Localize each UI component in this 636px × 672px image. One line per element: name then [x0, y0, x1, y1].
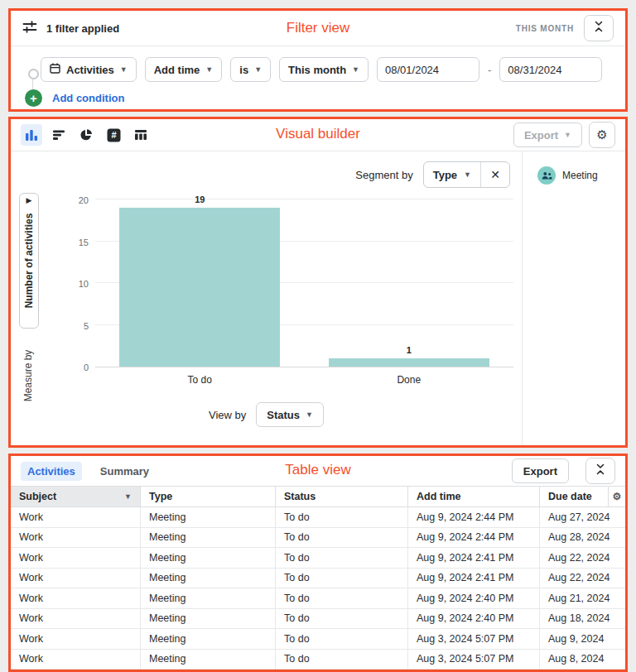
- chart-canvas: Segment by Type ▼ ✕ ▶ Number of activiti…: [11, 151, 625, 445]
- column-header-subject[interactable]: Subject▼: [11, 487, 141, 506]
- filter-view-annotation: Filter view: [287, 20, 350, 36]
- date-range-separator: -: [488, 64, 491, 76]
- segment-control: Type ▼ ✕: [423, 161, 510, 188]
- bar-done[interactable]: [329, 358, 489, 367]
- collapse-table-button[interactable]: [585, 458, 615, 484]
- chevron-down-icon: ▼: [352, 66, 359, 74]
- legend-item[interactable]: Meeting: [537, 166, 598, 185]
- field-dropdown[interactable]: Add time ▼: [145, 57, 223, 82]
- segment-by-row: Segment by Type ▼ ✕: [11, 161, 522, 188]
- table-export-button[interactable]: Export: [512, 458, 569, 483]
- table-row[interactable]: WorkMeetingTo doAug 9, 2024 2:40 PMAug 1…: [11, 609, 625, 630]
- table-cell: Work: [11, 588, 141, 608]
- table-row[interactable]: WorkMeetingTo doAug 9, 2024 2:44 PMAug 2…: [11, 507, 625, 528]
- chevron-down-icon: ▼: [564, 132, 571, 139]
- segment-type-label: Type: [433, 169, 457, 181]
- column-header-label: Add time: [417, 491, 460, 502]
- tab-summary[interactable]: Summary: [94, 462, 156, 481]
- column-header-add-time[interactable]: Add time: [408, 487, 540, 506]
- table-cell: Meeting: [141, 588, 276, 608]
- legend-divider: [522, 151, 523, 445]
- bar-slot: 1Done: [305, 199, 514, 367]
- y-tick-label: 20: [59, 195, 89, 205]
- collapse-icon: [594, 463, 607, 479]
- value-dropdown-label: This month: [288, 64, 346, 76]
- operator-dropdown[interactable]: is ▼: [230, 57, 271, 82]
- table-cell: Meeting: [141, 507, 276, 527]
- table-cell: Aug 21, 2024: [540, 588, 625, 608]
- table-cell: Work: [11, 629, 141, 649]
- table-cell: Aug 9, 2024 2:41 PM: [408, 569, 540, 588]
- bar-to-do[interactable]: [119, 208, 280, 367]
- add-condition-button[interactable]: + Add condition: [25, 89, 124, 107]
- table-cell: Aug 9, 2024 2:40 PM: [408, 609, 540, 629]
- field-dropdown-label: Add time: [154, 64, 200, 76]
- table-cell: Aug 9, 2024 2:44 PM: [408, 507, 540, 527]
- table-icon[interactable]: [130, 124, 152, 146]
- column-header-label: Due date: [548, 491, 592, 502]
- value-dropdown[interactable]: This month ▼: [279, 57, 369, 82]
- date-from-input[interactable]: [377, 57, 479, 82]
- measure-dropdown[interactable]: ▶ Number of activities: [19, 193, 39, 329]
- chart-legend: Meeting: [537, 166, 598, 185]
- table-cell: Aug 22, 2024: [540, 569, 625, 588]
- column-header-due-date[interactable]: Due date: [540, 487, 609, 506]
- table-row[interactable]: WorkMeetingTo doAug 3, 2024 5:07 PMAug 9…: [11, 629, 625, 650]
- period-label[interactable]: THIS MONTH: [516, 24, 574, 33]
- table-view-panel: Activities Summary Table view Export Sub…: [8, 454, 628, 672]
- x-axis-label: To do: [95, 374, 305, 386]
- meeting-people-icon: [537, 166, 556, 185]
- chevron-down-icon: ▼: [254, 66, 262, 74]
- table-cell: Meeting: [141, 609, 276, 629]
- table-cell: Aug 8, 2024: [540, 650, 625, 670]
- date-to-input[interactable]: [499, 57, 602, 82]
- tab-activities[interactable]: Activities: [21, 462, 82, 481]
- table-row[interactable]: WorkMeetingTo doAug 9, 2024 2:41 PMAug 2…: [11, 569, 625, 589]
- view-by-label: View by: [209, 409, 246, 421]
- view-by-value-label: Status: [267, 409, 300, 421]
- column-header-type[interactable]: Type: [141, 487, 276, 506]
- number-card-icon[interactable]: #: [103, 124, 124, 146]
- chevron-down-icon: ▼: [205, 66, 213, 74]
- plot-area: 19To do1Done: [95, 199, 513, 367]
- sort-caret-icon: ▼: [124, 493, 132, 501]
- y-tick-label: 5: [59, 321, 89, 331]
- gear-icon: ⚙: [613, 491, 622, 502]
- chart-settings-button[interactable]: ⚙: [589, 122, 615, 148]
- entity-dropdown[interactable]: Activities ▼: [41, 57, 137, 82]
- view-by-dropdown[interactable]: Status ▼: [256, 402, 324, 427]
- table-cell: To do: [276, 528, 408, 548]
- x-axis-label: Done: [305, 374, 514, 386]
- segment-remove-button[interactable]: ✕: [481, 162, 509, 187]
- bar-value-label: 19: [95, 194, 305, 204]
- y-axis: 05101520: [59, 199, 89, 367]
- table-settings-button[interactable]: ⚙: [609, 487, 625, 506]
- bar-chart-icon[interactable]: [48, 124, 70, 146]
- table-cell: Aug 3, 2024 5:07 PM: [408, 629, 540, 649]
- operator-dropdown-label: is: [239, 64, 248, 76]
- view-by-row: View by Status ▼: [11, 402, 522, 427]
- table-cell: To do: [276, 609, 408, 629]
- export-dropdown-button[interactable]: Export ▼: [513, 122, 582, 147]
- add-condition-label: Add condition: [52, 92, 124, 104]
- table-cell: Aug 9, 2024 2:41 PM: [408, 548, 540, 568]
- table-row[interactable]: WorkMeetingTo doAug 9, 2024 2:40 PMAug 2…: [11, 588, 625, 609]
- bar-value-label: 1: [305, 345, 514, 355]
- collapse-filter-button[interactable]: [584, 15, 614, 41]
- table-cell: Aug 22, 2024: [540, 548, 625, 568]
- table-row[interactable]: WorkMeetingTo doAug 3, 2024 5:07 PMAug 8…: [11, 650, 625, 670]
- y-tick-label: 15: [59, 238, 89, 247]
- condition-node: [28, 69, 39, 79]
- table-row[interactable]: WorkMeetingTo doAug 9, 2024 2:44 PMAug 2…: [11, 528, 625, 549]
- table-cell: Work: [11, 650, 141, 670]
- entity-dropdown-label: Activities: [66, 64, 114, 76]
- column-chart-icon[interactable]: [21, 124, 42, 146]
- table-row[interactable]: WorkMeetingTo doAug 9, 2024 2:41 PMAug 2…: [11, 548, 625, 569]
- column-header-label: Type: [149, 491, 172, 502]
- table-cell: Work: [11, 528, 141, 548]
- column-header-status[interactable]: Status: [276, 487, 408, 506]
- table-cell: Aug 28, 2024: [540, 528, 625, 548]
- pie-chart-icon[interactable]: [75, 124, 97, 146]
- filter-view-panel: 1 filter applied Filter view THIS MONTH …: [8, 8, 628, 112]
- segment-type-dropdown[interactable]: Type ▼: [424, 162, 481, 187]
